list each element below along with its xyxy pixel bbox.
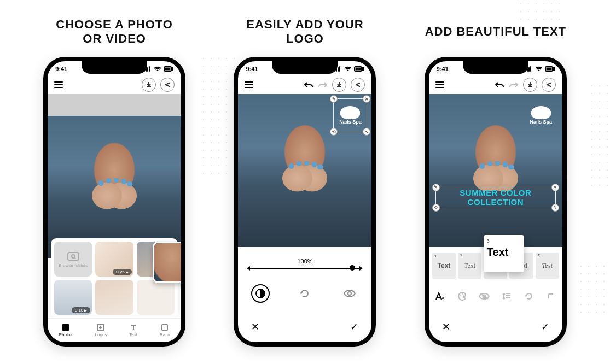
logo-graphic [340,106,360,119]
slider-track[interactable] [249,268,361,269]
font-tile-5[interactable]: 5 Text [536,253,559,279]
menu-button[interactable] [435,81,444,88]
gallery-grid: Browse folders 0.25 0.10 [51,238,178,318]
bottom-tabbar: Photos Logos Text Ratio [48,318,181,342]
notch [272,61,338,74]
logo-label: Nails Spa [339,119,362,125]
redo-button[interactable] [509,81,519,89]
tab-logos[interactable]: Logos [95,324,107,337]
cancel-button[interactable]: ✕ [251,321,259,333]
status-time: 9:41 [55,66,67,72]
notch [82,61,147,74]
font-sample: Text [464,262,475,270]
font-tile-2[interactable]: 2 Text [458,253,481,279]
svg-text:A: A [441,296,445,301]
tool-shadow[interactable] [477,289,492,304]
tool-row [238,280,371,307]
gallery-thumb-2[interactable] [137,242,175,277]
slider-handle[interactable] [350,265,355,271]
size-slider[interactable]: 100% [249,253,361,274]
notch [463,61,528,74]
action-row: ✕ ✓ [238,317,371,337]
phone-1: 9:41 [43,57,185,347]
tool-font[interactable]: A [432,289,448,304]
tool-more[interactable] [543,289,559,304]
tab-logos-label: Logos [95,332,107,337]
menu-button[interactable] [54,81,63,88]
share-button[interactable] [542,78,556,92]
font-popup[interactable]: 3 Text [484,235,524,272]
share-button[interactable] [160,78,175,92]
svg-rect-6 [68,253,79,260]
tool-spacing[interactable] [499,289,514,304]
gallery-thumb-4[interactable] [95,280,133,315]
download-button[interactable] [523,78,537,92]
panel-add-logo: EASILY ADD YOUR LOGO 9:41 [223,16,386,347]
text-line1: SUMMER COLOR [436,189,555,198]
svg-rect-10 [162,325,167,330]
gallery-thumb-5[interactable] [137,280,175,315]
status-time: 9:41 [437,66,449,72]
svg-rect-2 [165,68,171,71]
text-icon [130,324,137,331]
wifi-icon [535,66,543,72]
svg-point-28 [463,295,464,296]
photo-canvas[interactable] [48,116,181,258]
tool-color[interactable] [455,289,470,304]
tab-ratio[interactable]: Ratio [160,324,170,337]
wifi-icon [154,66,161,72]
undo-button[interactable] [495,81,504,89]
download-button[interactable] [142,78,156,92]
handle-edit[interactable]: ✎ [330,95,338,103]
phone-2: 9:41 [234,57,376,347]
gallery-thumb-3[interactable]: 0.10 [54,280,92,315]
photo-canvas[interactable]: Nails Spa ✎ ✕ ⟲ ⤡ [238,94,371,247]
logo-overlay-static: Nails Spa [524,98,558,132]
tool-visibility[interactable] [340,284,359,303]
heading-text: ADD BEAUTIFUL TEXT [425,16,566,47]
status-icons [525,66,555,72]
confirm-button[interactable]: ✓ [350,321,358,333]
handle-rotate[interactable]: ⟲ [432,204,440,212]
handle-scale[interactable]: ⤡ [551,204,559,212]
download-button[interactable] [332,78,346,92]
logo-overlay[interactable]: Nails Spa ✎ ✕ ⟲ ⤡ [333,98,367,132]
font-sample: Text [438,262,451,269]
cancel-button[interactable]: ✕ [442,321,450,333]
tab-ratio-label: Ratio [160,332,170,337]
status-icons [334,66,364,72]
handle-close[interactable]: ✕ [551,184,559,191]
top-bar [48,75,181,94]
tool-opacity[interactable] [251,284,270,303]
tool-rotate[interactable] [295,284,314,303]
photo-nails [95,178,133,195]
photos-icon [61,324,70,331]
browse-label: Browse folders [59,263,88,268]
confirm-button[interactable]: ✓ [541,321,549,333]
logo-label: Nails Spa [530,119,553,125]
gallery-thumb-1[interactable]: 0.25 [95,242,133,277]
heading-choose: CHOOSE A PHOTO OR VIDEO [56,16,173,47]
tab-text[interactable]: Text [129,324,137,337]
photo-canvas[interactable]: Nails Spa SUMMER COLOR COLLECTION ✎ ✕ ⟲ … [429,94,562,247]
slider-value: 100% [297,258,312,265]
svg-rect-21 [546,68,551,71]
menu-button[interactable] [245,81,253,88]
font-num: 5 [538,254,540,259]
font-num: 1 [434,254,437,259]
status-time: 9:41 [246,66,258,72]
video-badge: 0.25 [113,269,132,275]
tool-rotate[interactable] [521,289,537,304]
share-button[interactable] [351,78,365,92]
font-tile-1[interactable]: 1 Text [432,253,456,279]
redo-button[interactable] [318,81,328,89]
browse-folders-tile[interactable]: Browse folders [54,242,92,277]
handle-edit[interactable]: ✎ [432,184,440,191]
undo-button[interactable] [304,81,313,89]
top-bar [429,75,562,94]
text-overlay[interactable]: SUMMER COLOR COLLECTION ✎ ✕ ⟲ ⤡ [435,187,556,208]
svg-point-26 [460,295,461,296]
text-line2: COLLECTION [436,198,555,207]
svg-rect-20 [553,68,554,70]
tab-photos[interactable]: Photos [59,324,73,337]
